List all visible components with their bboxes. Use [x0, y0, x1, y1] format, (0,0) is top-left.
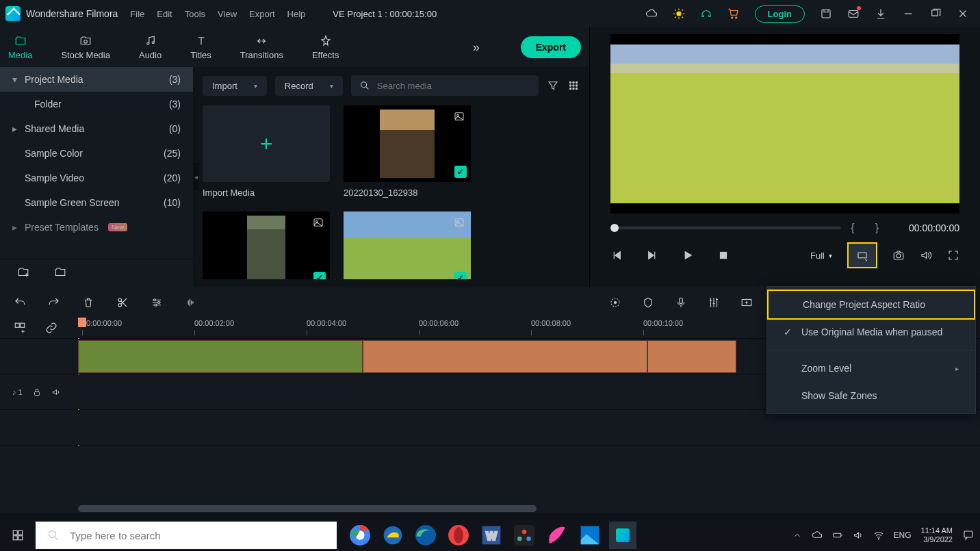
menu-help[interactable]: Help [287, 9, 306, 19]
thumb-import[interactable]: + Import Media [203, 105, 330, 198]
save-icon[interactable] [820, 8, 832, 20]
thumb-clip-1[interactable]: ✓ 20220130_162938 [344, 105, 471, 198]
login-button[interactable]: Login [755, 5, 805, 23]
menu-file[interactable]: File [130, 9, 144, 19]
tray-volume-icon[interactable] [853, 530, 864, 541]
adjust-icon[interactable] [151, 296, 163, 309]
record-dropdown[interactable]: Record▾ [275, 76, 343, 96]
filter-icon[interactable] [547, 79, 559, 92]
timeline-clip[interactable] [363, 340, 647, 373]
marker-icon[interactable] [642, 296, 654, 309]
delete-icon[interactable] [82, 296, 94, 309]
collapse-sidebar-icon[interactable]: ◂ [193, 163, 198, 190]
cart-icon[interactable] [727, 8, 740, 20]
tray-up-icon[interactable] [792, 530, 802, 540]
photos-icon[interactable] [576, 522, 604, 549]
seek-slider[interactable] [610, 227, 841, 229]
chrome-icon[interactable] [346, 522, 374, 549]
taskbar-search-input[interactable] [70, 530, 326, 541]
opera-icon[interactable] [445, 522, 472, 549]
cloud-icon[interactable] [645, 8, 658, 20]
mute-icon[interactable] [51, 387, 61, 397]
sidebar-folder[interactable]: Folder(3) [0, 92, 193, 116]
timeline-clip[interactable] [647, 340, 736, 373]
fullscreen-icon[interactable] [947, 249, 959, 261]
more-tabs-icon[interactable]: » [473, 40, 480, 55]
filmora-task-icon[interactable] [609, 522, 636, 549]
redo-icon[interactable] [48, 296, 60, 309]
sidebar-shared-media[interactable]: ▸Shared Media(0) [0, 116, 193, 141]
tab-transitions[interactable]: Transitions [240, 35, 283, 60]
render-icon[interactable] [609, 296, 621, 309]
split-icon[interactable] [116, 296, 129, 309]
support-icon[interactable] [700, 8, 712, 20]
voiceover-icon[interactable] [675, 296, 687, 309]
audio-mixer-icon[interactable] [708, 296, 720, 309]
quality-dropdown[interactable]: Full▾ [810, 251, 832, 261]
wifi-icon[interactable] [873, 530, 884, 541]
search-input[interactable] [377, 81, 530, 91]
notifications-icon[interactable] [962, 529, 975, 541]
menu-tools[interactable]: Tools [185, 9, 205, 19]
lock-icon[interactable] [32, 387, 42, 397]
thumb-clip-3[interactable]: ✓ [344, 212, 471, 279]
sidebar-sample-color[interactable]: Sample Color(25) [0, 141, 193, 166]
stop-icon[interactable] [717, 249, 730, 261]
export-button[interactable]: Export [521, 36, 581, 58]
menu-edit[interactable]: Edit [157, 9, 172, 19]
cm-original-media[interactable]: ✓Use Original Media when paused [767, 318, 975, 346]
taskbar-search[interactable] [36, 522, 337, 549]
in-out-brackets-icon[interactable]: {} [851, 222, 899, 234]
folder-icon[interactable] [53, 266, 67, 281]
mail-icon[interactable] [847, 8, 860, 20]
cm-zoom-level[interactable]: Zoom Level▸ [767, 355, 975, 382]
svg-point-57 [526, 537, 531, 541]
play-icon[interactable] [682, 249, 694, 261]
maximize-icon[interactable] [929, 8, 942, 20]
add-track-icon[interactable] [740, 296, 753, 309]
undo-icon[interactable] [14, 296, 26, 309]
search-media[interactable] [351, 75, 539, 96]
tips-icon[interactable] [673, 8, 685, 20]
download-icon[interactable] [875, 8, 887, 20]
audio-wave-icon[interactable] [185, 296, 197, 309]
thumb-clip-2[interactable]: ✓ [203, 212, 330, 279]
tab-titles[interactable]: Titles [190, 35, 211, 60]
cm-safe-zones[interactable]: Show Safe Zones [767, 382, 975, 409]
menu-export[interactable]: Export [249, 9, 275, 19]
tab-audio[interactable]: Audio [139, 35, 162, 60]
minimize-icon[interactable] [902, 8, 914, 20]
paint-icon[interactable] [543, 522, 571, 549]
resolve-icon[interactable] [511, 522, 538, 549]
track-manager-icon[interactable] [14, 322, 26, 334]
ie-icon[interactable] [379, 522, 407, 549]
close-icon[interactable] [957, 8, 969, 20]
tab-effects[interactable]: Effects [312, 35, 339, 60]
tray-clock[interactable]: 11:14 AM 3/9/2022 [921, 526, 953, 544]
sidebar-project-media[interactable]: ▾Project Media(3) [0, 67, 193, 92]
tab-stock-media[interactable]: Stock Media [61, 35, 110, 60]
aspect-ratio-button[interactable] [847, 242, 877, 268]
start-button[interactable] [0, 529, 36, 541]
edge-icon[interactable] [412, 522, 439, 549]
import-dropdown[interactable]: Import▾ [203, 76, 267, 96]
new-folder-icon[interactable] [16, 266, 30, 281]
timeline-scrollbar[interactable] [78, 505, 537, 512]
sidebar-preset-templates[interactable]: ▸Preset TemplatesNew [0, 215, 193, 240]
battery-icon[interactable] [832, 530, 843, 541]
timeline-clip[interactable] [78, 340, 363, 373]
next-frame-icon[interactable] [646, 249, 658, 261]
volume-icon[interactable] [920, 249, 932, 261]
sidebar-sample-video[interactable]: Sample Video(20) [0, 166, 193, 190]
tab-media[interactable]: Media [8, 35, 32, 60]
onedrive-icon[interactable] [812, 530, 823, 541]
menu-view[interactable]: View [218, 9, 237, 19]
lang-indicator[interactable]: ENG [894, 530, 912, 540]
snapshot-icon[interactable] [892, 249, 905, 261]
word-icon[interactable]: W [478, 522, 505, 549]
prev-frame-icon[interactable] [610, 249, 623, 261]
grid-view-icon[interactable] [567, 79, 580, 92]
link-icon[interactable] [45, 322, 57, 334]
cm-change-aspect[interactable]: Change Project Aspect Ratio [767, 290, 975, 320]
sidebar-sample-green[interactable]: Sample Green Screen(10) [0, 190, 193, 215]
